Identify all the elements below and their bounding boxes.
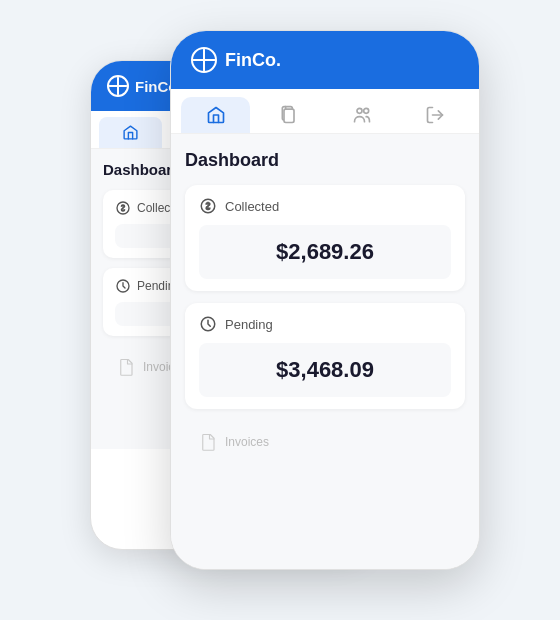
front-collected-header: Collected <box>199 197 451 215</box>
invoices-icon-front <box>199 433 217 451</box>
front-phone-content: Dashboard Collected $2,689.26 <box>171 134 479 570</box>
front-pending-header: Pending <box>199 315 451 333</box>
front-pending-value: $3,468.09 <box>199 343 451 397</box>
clock-icon-front <box>199 315 217 333</box>
phone-front: FinCo. <box>170 30 480 570</box>
clock-icon-back <box>115 278 131 294</box>
front-tab-home[interactable] <box>181 97 250 133</box>
invoices-icon-back <box>117 358 135 376</box>
svg-point-10 <box>363 108 368 113</box>
back-tab-home[interactable] <box>99 117 162 148</box>
front-collected-label: Collected <box>225 199 279 214</box>
front-pending-label: Pending <box>225 317 273 332</box>
dollar-circle-icon-back <box>115 200 131 216</box>
front-tab-users[interactable] <box>327 97 396 133</box>
globe-icon-back <box>107 75 129 97</box>
svg-rect-8 <box>284 109 294 122</box>
svg-point-9 <box>357 108 362 113</box>
front-tab-documents[interactable] <box>254 97 323 133</box>
dollar-circle-icon-front <box>199 197 217 215</box>
globe-icon-front <box>191 47 217 73</box>
front-page-title: Dashboard <box>185 150 465 171</box>
front-pending-card: Pending $3,468.09 <box>185 303 465 409</box>
front-nav-tabs <box>171 89 479 134</box>
front-invoices-label: Invoices <box>225 435 269 449</box>
front-tab-logout[interactable] <box>400 97 469 133</box>
front-collected-card: Collected $2,689.26 <box>185 185 465 291</box>
front-collected-value: $2,689.26 <box>199 225 451 279</box>
front-phone-header: FinCo. <box>171 31 479 89</box>
front-invoices-row: Invoices <box>185 421 465 463</box>
front-app-logo: FinCo. <box>225 50 281 71</box>
